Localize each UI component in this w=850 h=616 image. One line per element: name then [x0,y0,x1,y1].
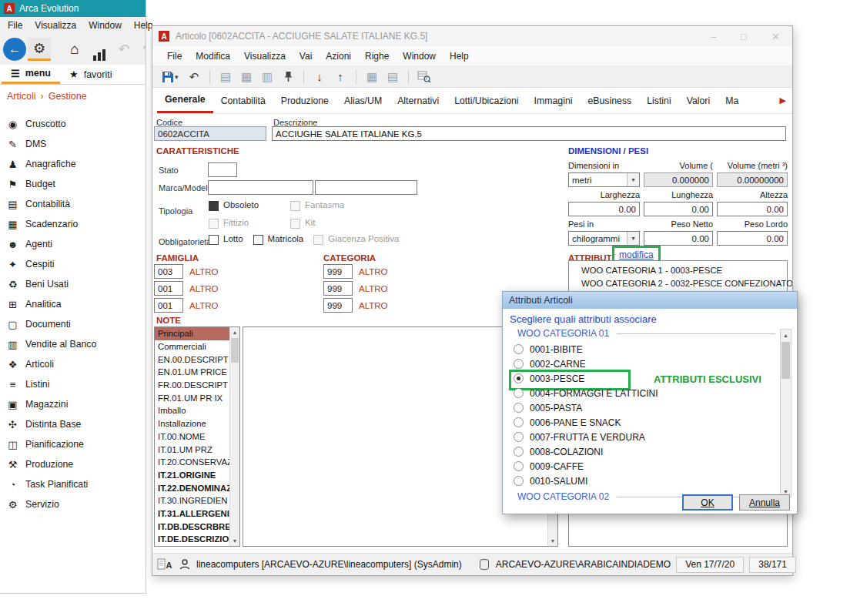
article-tab[interactable]: Contabilità [213,88,273,113]
sidebar-nav-item[interactable]: ⚑ Budget [0,174,146,194]
menu-item[interactable]: Vai [293,46,319,65]
home-icon[interactable]: ⌂ [63,38,86,61]
radio-button[interactable] [514,373,524,383]
note-list-item[interactable]: EN.00.DESCRIPT [155,353,229,366]
note-list-item[interactable]: Commerciali [155,340,229,353]
rows-copy-icon[interactable]: ▥ [258,69,276,85]
move-up-icon[interactable]: ↑ [331,69,350,85]
sidebar-nav-item[interactable]: ✎ DMS [0,134,146,154]
radio-button[interactable] [514,359,524,369]
modello-field[interactable] [315,180,417,195]
attribute-option[interactable]: 0010-SALUMI [514,474,797,488]
menu-item[interactable]: Righe [358,46,396,65]
tab-scroll-right-icon[interactable]: ▶ [780,95,786,105]
sidebar-nav-item[interactable]: ◔ Task Pianificati [0,474,146,494]
grid-view-icon[interactable]: ▦ [363,69,381,85]
radio-button[interactable] [514,403,524,413]
dialog-titlebar[interactable]: Attributi Articoli [503,292,797,309]
attribute-option[interactable]: 0008-COLAZIONI [514,444,797,459]
radio-button[interactable] [514,447,524,457]
scrollbar-thumb[interactable] [231,338,239,363]
modifica-link[interactable]: modifica [619,249,654,260]
pesi-in-select[interactable]: chilogrammi ▾ [568,231,640,246]
categoria-code-field[interactable]: 999 [323,281,353,296]
menu-item[interactable]: File [160,46,189,65]
note-list-item[interactable]: IT.21.ORIGINE [155,469,229,482]
sidebar-nav-item[interactable]: ▣ Magazzini [0,394,146,414]
article-tab[interactable]: Generale [157,88,213,113]
attributo-value[interactable]: WOO CATEGORIA 2 - 0032-PESCE CONFEZIONAT… [569,277,787,290]
dialog-scrollbar[interactable]: ▲ ▼ [780,329,791,497]
tab-favoriti[interactable]: ★ favoriti [60,65,121,84]
undo-icon[interactable]: ↶ [185,69,203,85]
codice-field[interactable]: 0602ACCITA [154,126,266,141]
sidebar-nav-item[interactable]: ◉ Cruscotto [0,114,146,134]
attribute-option[interactable]: 0005-PASTA [514,400,797,415]
famiglia-code-field[interactable]: 001 [154,298,183,313]
marca-field[interactable] [208,180,313,195]
famiglia-code-field[interactable]: 001 [154,281,183,296]
scroll-up-icon[interactable]: ▲ [230,327,239,337]
menu-item[interactable]: Modifica [189,46,237,65]
menu-item[interactable]: Visualizza [28,17,82,34]
article-tab[interactable]: Ma [718,88,746,113]
save-dropdown-icon[interactable]: ▾ [175,73,182,81]
radio-button[interactable] [514,344,524,354]
categoria-code-field[interactable]: 999 [323,264,353,279]
checkbox[interactable] [290,201,300,211]
radio-button[interactable] [514,461,524,471]
minimize-icon[interactable]: – [711,31,716,42]
sidebar-nav-item[interactable]: ⚙ Servizio [0,494,146,514]
sidebar-nav-item[interactable]: ♟ Anagrafiche [0,154,146,174]
sidebar-nav-item[interactable]: ▢ Documenti [0,314,146,334]
radio-button[interactable] [514,417,524,427]
attribute-option[interactable]: 0006-PANE E SNACK [514,415,797,430]
article-tab[interactable]: Produzione [273,88,336,113]
note-list-item[interactable]: IT.30.INGREDIEN [155,494,229,507]
scrollbar-thumb[interactable] [781,342,790,379]
note-list-item[interactable]: IT.20.CONSERVAZ [155,456,229,469]
sidebar-nav-item[interactable]: ▥ Vendite al Banco [0,334,146,354]
close-icon[interactable]: ✕ [771,31,780,42]
larghezza-field[interactable]: 0.00 [568,202,640,216]
grid-detail-icon[interactable]: ▤ [383,69,402,85]
rows-new-icon[interactable]: ▤ [216,69,235,85]
rows-grid-icon[interactable]: ▦ [237,69,256,85]
altezza-field[interactable]: 0.00 [717,202,788,216]
article-tab[interactable]: Alias/UM [336,88,390,113]
sidebar-nav-item[interactable]: ♻ Beni Usati [0,274,146,294]
attributo-value[interactable]: WOO CATEGORIA 1 - 0003-PESCE [569,264,787,277]
ok-button[interactable]: OK [682,494,733,511]
article-tab[interactable]: eBusiness [580,88,639,113]
checkbox[interactable] [209,235,219,245]
radio-button[interactable] [514,432,524,442]
menu-item[interactable]: Azioni [319,46,358,65]
sidebar-nav-item[interactable]: ☻ Agenti [0,234,146,254]
scroll-down-icon[interactable]: ▼ [230,536,239,546]
scroll-down-icon[interactable]: ▼ [548,536,557,546]
breadcrumb-parent[interactable]: Articoli [7,91,36,102]
checkbox[interactable] [290,219,300,229]
lunghezza-field[interactable]: 0.00 [644,202,713,216]
maximize-icon[interactable]: □ [741,31,747,42]
note-list-item[interactable]: Installazione [155,417,229,430]
article-tab[interactable]: Lotti/Ubicazioni [447,88,526,113]
attribute-option[interactable]: 0009-CAFFE [514,459,797,474]
attribute-option[interactable]: 0001-BIBITE [514,342,797,357]
menu-item[interactable]: Window [396,46,443,65]
attribute-option[interactable]: 0002-CARNE [514,357,797,371]
gear-icon[interactable]: ⚙ [28,38,51,61]
peso-lordo-field[interactable]: 0.00 [717,231,788,246]
back-icon[interactable]: ← [3,38,26,61]
article-titlebar[interactable]: A Articolo [0602ACCITA - ACCIUGHE SALATE… [152,26,792,46]
sidebar-nav-item[interactable]: ✦ Cespiti [0,254,146,274]
sidebar-nav-item[interactable]: ✣ Distinta Base [0,414,146,434]
note-list-item[interactable]: Principali [155,327,229,340]
sidebar-nav-item[interactable]: ≡ Listini [0,374,146,394]
note-list-scrollbar[interactable]: ▲ ▼ [229,327,239,546]
search-grid-icon[interactable] [415,69,433,85]
sidebar-nav-item[interactable]: ▦ Scadenzario [0,214,146,234]
annulla-button[interactable]: Annulla [739,494,790,511]
move-down-icon[interactable]: ↓ [310,69,329,85]
note-list-item[interactable]: EN.01.UM PRICE [155,366,229,379]
